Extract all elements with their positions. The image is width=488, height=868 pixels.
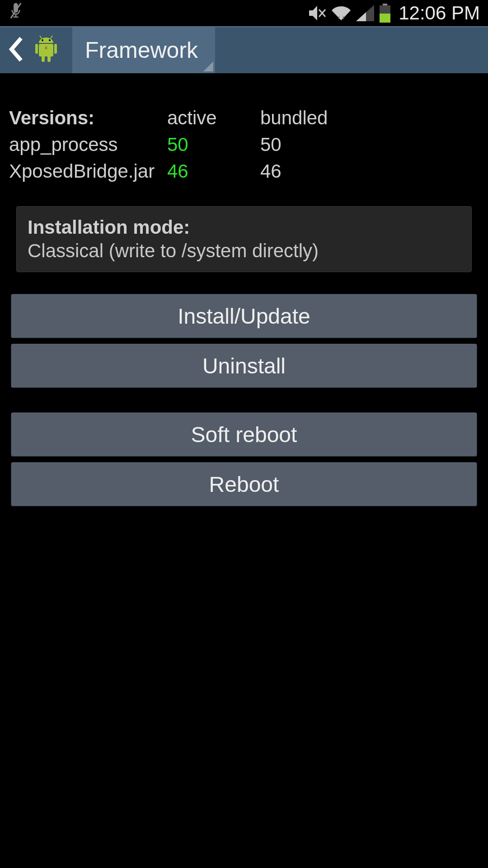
version-name: app_process xyxy=(9,132,167,158)
svg-marker-9 xyxy=(356,12,366,21)
button-label: Reboot xyxy=(209,472,279,497)
button-label: Uninstall xyxy=(202,354,286,378)
svg-rect-10 xyxy=(383,4,387,5)
volume-muted-icon xyxy=(308,5,326,21)
reboot-button-group: Soft reboot Reboot xyxy=(9,409,479,510)
version-active: 46 xyxy=(167,158,260,185)
wifi-icon xyxy=(331,5,352,21)
svg-marker-3 xyxy=(309,6,317,20)
version-bundled: 50 xyxy=(260,132,479,158)
svg-text:x: x xyxy=(45,45,47,50)
installation-mode-label: Installation mode: xyxy=(28,217,460,238)
dropdown-indicator-icon xyxy=(203,61,213,71)
versions-header-row: Versions: active bundled xyxy=(9,105,479,132)
reboot-button[interactable]: Reboot xyxy=(11,462,477,506)
app-android-icon: x xyxy=(33,35,60,66)
versions-row: app_process 50 50 xyxy=(9,132,479,158)
content-area: Versions: active bundled app_process 50 … xyxy=(0,73,488,510)
svg-rect-16 xyxy=(35,44,38,54)
button-label: Install/Update xyxy=(178,304,310,329)
versions-col-bundled: bundled xyxy=(260,105,479,132)
svg-rect-17 xyxy=(54,44,57,54)
mic-muted-icon xyxy=(8,2,23,21)
back-button[interactable]: x xyxy=(0,27,72,73)
button-label: Soft reboot xyxy=(191,422,297,447)
status-bar: 12:06 PM xyxy=(0,0,488,26)
status-time: 12:06 PM xyxy=(399,2,480,24)
version-bundled: 46 xyxy=(260,158,479,185)
installation-mode-box[interactable]: Installation mode: Classical (write to /… xyxy=(16,206,472,272)
svg-point-13 xyxy=(42,39,43,41)
battery-icon xyxy=(379,4,391,23)
svg-rect-19 xyxy=(47,56,51,62)
installation-mode-value: Classical (write to /system directly) xyxy=(28,240,460,262)
svg-point-14 xyxy=(49,39,51,41)
uninstall-button[interactable]: Uninstall xyxy=(11,344,477,388)
versions-table: Versions: active bundled app_process 50 … xyxy=(9,82,479,203)
title-tab[interactable]: Framework xyxy=(72,27,215,73)
version-active: 50 xyxy=(167,132,260,158)
install-button-group: Install/Update Uninstall xyxy=(9,290,479,392)
svg-rect-12 xyxy=(380,14,390,23)
svg-rect-18 xyxy=(42,56,45,62)
signal-icon xyxy=(356,5,374,21)
versions-col-active: active xyxy=(167,105,260,132)
soft-reboot-button[interactable]: Soft reboot xyxy=(11,412,477,457)
versions-label: Versions: xyxy=(9,105,167,132)
app-bar: x Framework xyxy=(0,26,488,73)
version-name: XposedBridge.jar xyxy=(9,158,167,185)
page-title: Framework xyxy=(85,37,198,63)
install-update-button[interactable]: Install/Update xyxy=(11,294,477,338)
back-chevron-icon xyxy=(8,37,24,64)
versions-row: XposedBridge.jar 46 46 xyxy=(9,158,479,185)
